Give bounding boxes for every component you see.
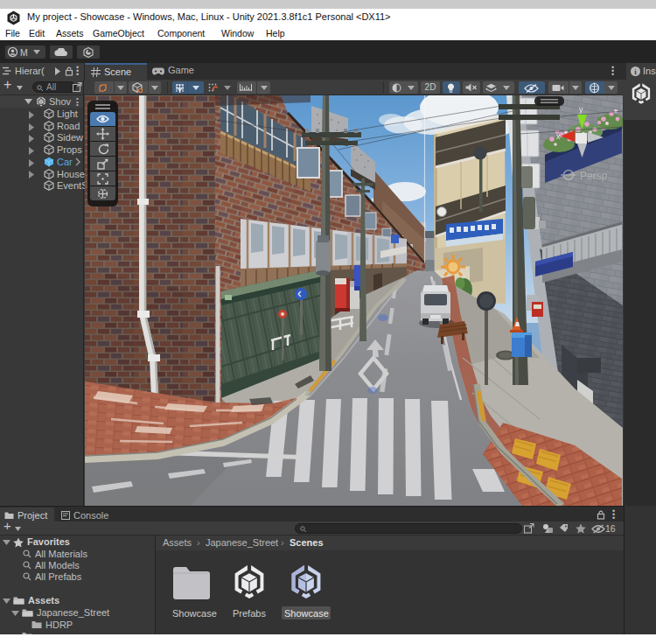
svg-text:Y: Y [178,87,182,93]
